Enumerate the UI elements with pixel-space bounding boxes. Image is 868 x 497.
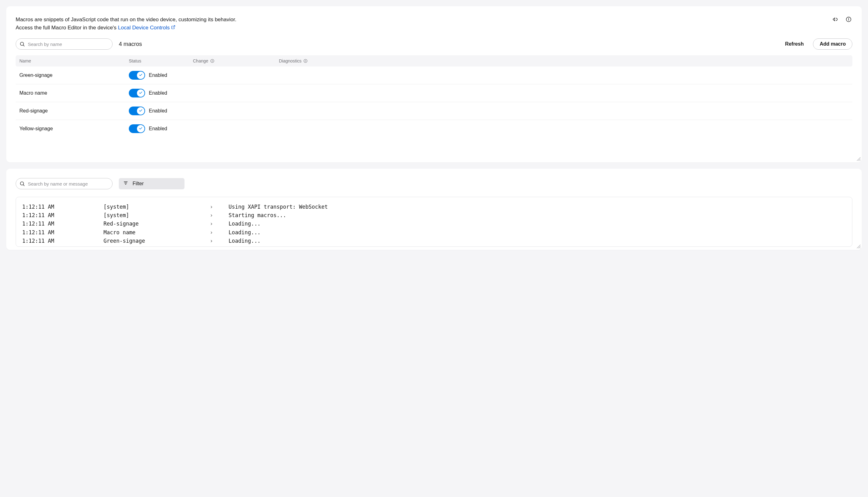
check-icon	[139, 127, 142, 131]
col-header-change: Change	[193, 58, 279, 63]
log-message: Loading...	[229, 219, 846, 228]
log-row: 1:12:11 AMRed-signage›Loading...	[22, 219, 846, 228]
log-output: 1:12:11 AM[system]›Using XAPI transport:…	[16, 197, 852, 247]
filter-button-label: Filter	[133, 181, 144, 186]
log-time: 1:12:11 AM	[22, 203, 104, 211]
chevron-right-icon: ›	[210, 219, 229, 228]
status-label: Enabled	[149, 126, 167, 131]
logs-panel: Filter 1:12:11 AM[system]›Using XAPI tra…	[6, 169, 862, 250]
log-source: Green-signage	[104, 237, 210, 245]
macros-count: 4 macros	[119, 41, 142, 47]
macro-name: Yellow-signage	[19, 126, 129, 131]
refresh-button[interactable]: Refresh	[782, 39, 807, 49]
status-label: Enabled	[149, 108, 167, 114]
filter-icon	[123, 181, 128, 187]
table-row[interactable]: Red-signageEnabled	[16, 102, 852, 120]
logs-search-input[interactable]	[16, 178, 113, 189]
desc-line-1: Macros are snippets of JavaScript code t…	[16, 16, 236, 24]
log-row: 1:12:11 AM[system]›Using XAPI transport:…	[22, 203, 846, 211]
log-message: Loading...	[229, 237, 846, 245]
log-source: Red-signage	[104, 219, 210, 228]
col-header-diagnostics-label: Diagnostics	[279, 58, 301, 63]
svg-line-14	[860, 160, 860, 161]
check-icon	[139, 91, 142, 96]
chevron-right-icon: ›	[210, 228, 229, 237]
macros-toolbar: 4 macros Refresh Add macro	[16, 39, 852, 50]
logs-search-wrapper	[16, 178, 113, 189]
chevron-right-icon: ›	[210, 237, 229, 245]
status-label: Enabled	[149, 72, 167, 78]
check-icon	[139, 73, 142, 78]
chevron-right-icon: ›	[210, 211, 229, 219]
status-toggle[interactable]	[129, 124, 145, 133]
table-row[interactable]: Green-signageEnabled	[16, 67, 852, 84]
info-icon	[845, 16, 852, 24]
col-header-diagnostics: Diagnostics	[279, 58, 849, 63]
resize-handle-icon[interactable]	[856, 244, 860, 249]
table-row[interactable]: Macro nameEnabled	[16, 84, 852, 102]
log-row: 1:12:11 AMGreen-signage›Loading...	[22, 237, 846, 245]
log-time: 1:12:11 AM	[22, 228, 104, 237]
svg-point-11	[305, 60, 306, 60]
megaphone-icon	[832, 16, 839, 24]
macro-name: Macro name	[19, 90, 129, 96]
macros-search-input[interactable]	[16, 39, 113, 50]
filter-button[interactable]: Filter	[119, 178, 184, 189]
col-header-change-label: Change	[193, 58, 208, 63]
add-macro-button[interactable]: Add macro	[813, 39, 852, 50]
table-row[interactable]: Yellow-signageEnabled	[16, 120, 852, 138]
announcement-button[interactable]	[832, 16, 839, 24]
toggle-knob	[137, 72, 144, 79]
local-device-controls-link-text: Local Device Controls	[118, 24, 169, 32]
col-header-status: Status	[129, 58, 193, 63]
macro-name: Red-signage	[19, 108, 129, 114]
toggle-knob	[137, 125, 144, 132]
macro-name: Green-signage	[19, 72, 129, 78]
macros-table: Name Status Change Diagnostics Green-sig…	[16, 55, 852, 138]
svg-point-3	[849, 18, 849, 18]
desc-line-2: Access the full Macro Editor in the devi…	[16, 24, 236, 32]
info-icon	[303, 59, 308, 63]
macros-description: Macros are snippets of JavaScript code t…	[16, 16, 236, 31]
desc-line-2-prefix: Access the full Macro Editor in the devi…	[16, 25, 118, 31]
col-header-name: Name	[19, 58, 129, 63]
status-toggle[interactable]	[129, 71, 145, 80]
svg-line-22	[860, 248, 860, 248]
log-source: Macro name	[104, 228, 210, 237]
log-source: [system]	[104, 203, 210, 211]
status-toggle[interactable]	[129, 89, 145, 98]
toggle-knob	[137, 89, 144, 97]
log-source: [system]	[104, 211, 210, 219]
search-wrapper	[16, 39, 113, 50]
local-device-controls-link[interactable]: Local Device Controls	[118, 24, 175, 32]
svg-line-0	[173, 25, 175, 27]
log-time: 1:12:11 AM	[22, 237, 104, 245]
macros-panel: Macros are snippets of JavaScript code t…	[6, 6, 862, 162]
log-message: Loading...	[229, 228, 846, 237]
help-button[interactable]	[845, 16, 852, 24]
status-label: Enabled	[149, 90, 167, 96]
log-message: Using XAPI transport: WebSocket	[229, 203, 846, 211]
info-icon	[210, 59, 215, 63]
log-row: 1:12:11 AMMacro name›Loading...	[22, 228, 846, 237]
status-toggle[interactable]	[129, 106, 145, 115]
resize-handle-icon[interactable]	[856, 156, 860, 162]
table-header: Name Status Change Diagnostics	[16, 55, 852, 67]
log-time: 1:12:11 AM	[22, 211, 104, 219]
log-row: 1:12:11 AM[system]›Starting macros...	[22, 211, 846, 219]
toggle-knob	[137, 107, 144, 115]
check-icon	[139, 109, 142, 113]
external-link-icon	[171, 24, 176, 32]
log-message: Starting macros...	[229, 211, 846, 219]
chevron-right-icon: ›	[210, 203, 229, 211]
log-time: 1:12:11 AM	[22, 219, 104, 228]
logs-toolbar: Filter	[16, 178, 852, 189]
